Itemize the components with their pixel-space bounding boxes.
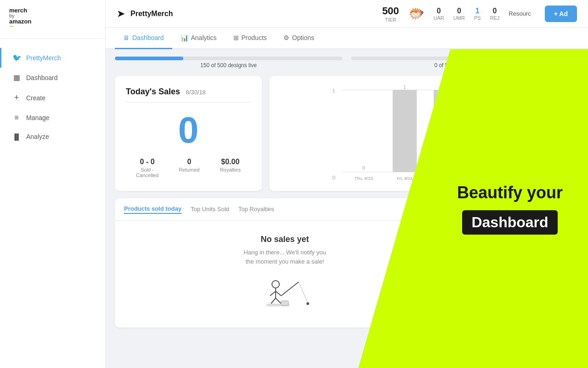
tier-label: TIER [385,17,396,23]
sidebar: merch by amazon 〜 🐦 PrettyMerch ▦ Dashbo… [0,0,106,368]
ps-stat: 1 PS [474,7,481,21]
mascot-icon: 🐡 [408,6,424,21]
rej-label: REJ [490,15,500,21]
create-icon: + [12,93,21,103]
svg-text:Fri, 8/24: Fri, 8/24 [397,176,413,181]
royalties-label: Royalties [220,167,241,172]
products-tab-label: Products [242,34,267,41]
nav-tabs: 🖥 Dashboard 📊 Analytics ⊞ Products ⚙ Opt… [106,28,588,49]
royalties-value: $0.00 [220,158,241,166]
uar-value: 0 [437,7,441,15]
tab-dashboard[interactable]: 🖥 Dashboard [115,28,172,49]
sidebar-item-label: PrettyMerch [26,54,61,62]
btab-top-royalties[interactable]: Top Royalties [238,206,274,213]
umr-stat: 0 UMR [453,7,465,21]
svg-line-21 [276,298,281,304]
profile-name: PrettyMerch [130,10,173,18]
sidebar-nav: 🐦 PrettyMerch ▦ Dashboard + Create ≡ Man… [0,39,105,368]
rej-value: 0 [493,7,497,15]
sidebar-item-label: Manage [26,114,50,121]
sales-card: Today's Sales 8/30/18 0 0 - 0 Sold - Can… [115,76,262,191]
sidebar-item-analyze[interactable]: ▐▌ Analyze [0,127,105,146]
progress-bar-bg-1 [115,57,342,60]
products-tab-icon: ⊞ [233,34,239,41]
sales-divider [126,102,251,103]
progress-bar-fill-1 [115,57,183,60]
svg-text:0: 0 [362,165,365,171]
sales-date: 8/30/18 [186,89,205,96]
svg-line-20 [271,298,276,304]
tab-options[interactable]: ⚙ Options [275,28,322,49]
analyze-icon: ▐▌ [12,133,21,140]
svg-line-18 [270,291,276,296]
ps-label: PS [474,15,481,21]
fishing-illustration [257,275,312,312]
tab-analytics[interactable]: 📊 Analytics [172,28,225,49]
umr-value: 0 [457,7,461,15]
svg-rect-26 [281,301,288,305]
returned-label: Returned [179,167,199,172]
twitter-icon: 🐦 [12,53,21,62]
sidebar-item-create[interactable]: + Create [0,87,105,108]
sold-cancelled-stat: 0 - 0 Sold - Cancelled [136,158,158,178]
analytics-tab-label: Analytics [191,34,217,41]
ps-value: 1 [475,7,480,15]
svg-text:0: 0 [333,175,335,180]
svg-point-24 [306,302,309,305]
rej-stat: 0 REJ [490,7,500,21]
sidebar-item-manage[interactable]: ≡ Manage [0,108,105,127]
uar-stat: 0 UAR [434,7,444,21]
sidebar-item-prettymerch[interactable]: 🐦 PrettyMerch [0,48,105,68]
sales-number: 0 [126,112,251,149]
sold-cancelled-value: 0 - 0 [136,158,158,166]
sidebar-item-dashboard[interactable]: ▦ Dashboard [0,68,105,87]
uar-label: UAR [434,15,444,21]
umr-label: UMR [453,15,465,21]
top-bar-left: ➤ PrettyMerch [117,8,173,20]
profile-bird-icon: ➤ [117,8,125,20]
dashboard-icon: ▦ [12,73,21,82]
options-tab-label: Options [292,34,314,41]
sidebar-item-label: Dashboard [26,74,58,81]
royalties-stat: $0.00 Royalties [220,158,241,178]
svg-line-19 [276,291,281,296]
dashboard-tab-icon: 🖥 [123,34,130,41]
logo-area: merch by amazon 〜 [0,0,105,39]
svg-text:Thu, 8/23: Thu, 8/23 [355,176,373,181]
logo-smile: 〜 [9,24,14,29]
sales-stats: 0 - 0 Sold - Cancelled 0 Returned $0.00 … [126,158,251,178]
svg-text:1: 1 [403,85,406,90]
sold-cancelled-label: Sold - Cancelled [136,167,158,178]
analytics-tab-icon: 📊 [181,34,188,41]
resources-link[interactable]: Resourc [509,10,531,17]
manage-icon: ≡ [12,114,21,122]
svg-rect-7 [393,90,417,172]
add-button[interactable]: + Ad [545,6,577,22]
returned-stat: 0 Returned [179,158,199,178]
top-bar-stats: 500 TIER 🐡 0 UAR 0 UMR 1 PS 0 REJ Resour… [382,5,577,23]
tier-value: 500 [382,5,399,17]
tier-stat: 500 TIER [382,5,399,23]
sidebar-item-label: Create [26,94,45,102]
btab-top-units[interactable]: Top Units Sold [191,206,229,213]
main-area: ➤ PrettyMerch 500 TIER 🐡 0 UAR 0 UMR 1 P… [106,0,588,368]
sales-title: Today's Sales [126,87,180,97]
content-area: 150 of 500 designs live 0 of 50 designs … [106,49,588,368]
top-bar: ➤ PrettyMerch 500 TIER 🐡 0 UAR 0 UMR 1 P… [106,0,588,28]
svg-line-23 [299,282,308,303]
overlay-text-line1: Beautify your [457,183,563,202]
svg-text:1: 1 [333,88,335,93]
sidebar-item-label: Analyze [26,133,49,140]
btab-products-sold[interactable]: Products sold today [124,205,181,214]
progress-label-1: 150 of 500 designs live [115,62,342,69]
overlay-text-line2: Dashboard [462,210,557,235]
returned-value: 0 [179,158,199,166]
svg-point-16 [272,281,279,288]
progress-designs-live: 150 of 500 designs live [115,57,342,69]
dashboard-tab-label: Dashboard [132,34,164,41]
svg-line-22 [281,282,299,296]
options-tab-icon: ⚙ [283,34,289,41]
tab-products[interactable]: ⊞ Products [225,28,275,49]
